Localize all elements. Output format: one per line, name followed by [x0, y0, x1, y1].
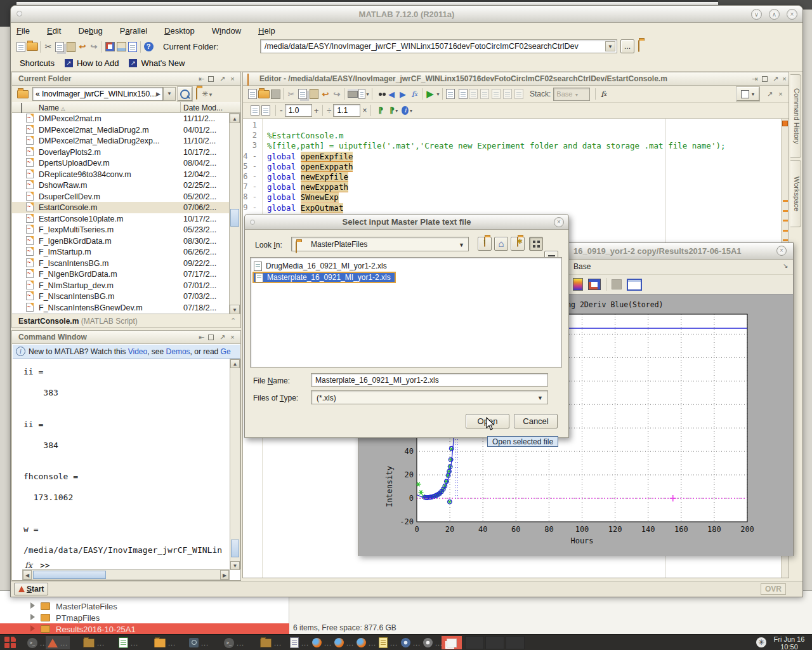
name-column-header[interactable]: Name △ [39, 103, 65, 112]
combo-arrow-icon[interactable]: ▼ [605, 41, 615, 51]
path-dropdown-icon[interactable]: ▼ [163, 87, 176, 101]
console-text[interactable]: ii = 383 ii = 384 fhconsole = 173.1062 w… [23, 367, 226, 555]
code-line[interactable]: global newExpfile [267, 172, 768, 182]
collapse-details-icon[interactable]: ⌃ [230, 317, 236, 325]
home-icon[interactable]: ⌂ [494, 237, 508, 251]
command-window-header[interactable]: Command Window ⇤ ↗ × [12, 331, 240, 344]
profiler-icon[interactable] [127, 41, 138, 53]
menu-item-window[interactable]: Window [212, 26, 241, 36]
print-preview-icon[interactable]: ▼ [358, 88, 370, 100]
code-line[interactable]: global openExppath [267, 162, 768, 172]
increase-font-icon[interactable]: + [314, 106, 319, 116]
tree-item[interactable]: PTmapFiles [0, 612, 289, 623]
file-details-footer[interactable]: EstartConsole.m (MATLAB Script) ⌃ [12, 314, 240, 328]
window-layout-icon[interactable] [627, 279, 642, 291]
figure-close-icon[interactable]: × [776, 246, 787, 256]
launcher-icon[interactable] [4, 637, 22, 649]
undock-editor-icon[interactable]: ↗ [766, 90, 774, 98]
table-row[interactable]: F_IexpMultiTseries.m05/23/2... [12, 224, 229, 235]
taskbar-item-text-document[interactable]: ... [288, 636, 311, 649]
table-row[interactable]: DoverlayPlots2.m10/17/2... [12, 147, 229, 158]
combo-arrow-icon[interactable]: ▼ [459, 242, 464, 248]
file-list-scrollbar[interactable]: ▲ ▼ [229, 113, 240, 314]
table-row[interactable]: F_NImStartup_dev.m07/01/2... [12, 280, 229, 291]
scroll-right-icon[interactable]: ▶ [220, 570, 229, 580]
layout-button[interactable]: ▼ [737, 87, 759, 101]
table-row[interactable]: EstartConsole10plate.m10/17/2... [12, 213, 229, 225]
analyzer-mark[interactable] [783, 220, 788, 222]
figure-menubar-overflow-icon[interactable]: ↘ [783, 262, 788, 269]
code-line[interactable]: global newExppath [267, 182, 768, 192]
undock-icon[interactable]: ↗ [218, 333, 226, 342]
exit-debug-icon[interactable] [513, 88, 525, 100]
table-row[interactable]: DpertsUploadDev.m08/04/2... [12, 157, 229, 169]
analyzer-mark[interactable] [783, 210, 788, 212]
zoom-field[interactable]: 1.1 [333, 104, 360, 117]
dialog-close-icon[interactable]: × [554, 217, 564, 227]
breadcrumb-next-icon[interactable]: ▶ [156, 88, 160, 100]
taskbar-item-media-player[interactable]: ... [399, 636, 422, 649]
paste-icon[interactable] [65, 41, 77, 53]
scroll-up-icon[interactable]: ▲ [230, 114, 240, 123]
print-icon[interactable] [347, 88, 358, 100]
grid-view-icon[interactable] [529, 237, 543, 251]
taskbar-item-image-viewer[interactable]: ... [187, 636, 211, 649]
colormap-icon[interactable] [573, 278, 583, 291]
maximize-button[interactable]: ∧ [769, 9, 780, 20]
analyzer-status-icon[interactable] [782, 121, 788, 126]
continue-icon[interactable] [502, 88, 513, 100]
tab-workspace[interactable]: Workspace [790, 160, 801, 227]
new-file-icon[interactable] [15, 41, 27, 53]
console-vscrollbar[interactable]: ▲ ▼ [230, 359, 240, 569]
open-file-icon[interactable] [27, 41, 38, 53]
code-line[interactable]: global openExpfile [267, 152, 768, 162]
analyzer-mark[interactable] [783, 239, 788, 241]
cancel-button[interactable]: Cancel [514, 414, 558, 428]
copy-icon[interactable] [297, 88, 308, 100]
go-back-icon[interactable]: ◀ [386, 88, 397, 100]
divide-icon[interactable]: ÷ [327, 106, 331, 116]
analyzer-mark[interactable] [783, 200, 788, 202]
minimize-button[interactable]: ∨ [751, 9, 762, 20]
cut-icon[interactable]: ✂ [43, 41, 54, 53]
open-file-icon[interactable] [258, 88, 270, 100]
taskbar-item-document[interactable]: ... [377, 636, 400, 649]
file-name-input[interactable]: Masterplate_16_0921_MI_yor1-2.xls [311, 373, 548, 387]
analyzer-mark[interactable] [783, 230, 788, 232]
maximize-panel-icon[interactable] [208, 335, 214, 340]
code-line[interactable]: global ExpOutmat [267, 203, 768, 213]
expander-icon[interactable] [30, 625, 35, 632]
current-folder-combo[interactable]: /media/data/EASY/InovImager_jwrCF_WINLin… [260, 39, 617, 53]
stack-combo[interactable]: Base ▼ [553, 88, 590, 101]
plot-options-icon[interactable] [588, 279, 601, 290]
help-icon[interactable]: ? [143, 41, 154, 53]
browse-folder-button[interactable]: ... [620, 39, 634, 53]
expander-icon[interactable] [30, 602, 35, 609]
info-icon[interactable]: i▼ [402, 105, 413, 116]
table-row[interactable]: F_NIgenBkGrdData.m07/17/2... [12, 269, 229, 280]
menu-item-desktop[interactable]: Desktop [164, 26, 195, 36]
demos-link[interactable]: Demos [166, 347, 190, 356]
look-in-combo[interactable]: MasterPlateFiles ▼ [291, 237, 469, 251]
console-prompt[interactable]: fx >> [25, 560, 50, 570]
insert-cell-divider-icon[interactable] [260, 105, 272, 116]
current-folder-header[interactable]: Current Folder ⇤ ↗ × [12, 72, 240, 86]
code-line[interactable]: %EstartConsole.m [267, 131, 768, 141]
table-row[interactable]: DReplicate96to384conv.m12/04/2... [12, 169, 229, 180]
taskbar-item-screenshot-tool[interactable] [442, 636, 462, 649]
menu-item-help[interactable]: Help [258, 26, 275, 36]
multiply-icon[interactable]: × [362, 106, 367, 115]
dialog-titlebar[interactable]: Select input Master Plate text file × [245, 215, 568, 230]
console-hscrollbar[interactable]: ◀ ▶ [22, 569, 230, 580]
function-hint-icon[interactable]: fx [409, 88, 420, 100]
scroll-up-icon[interactable]: ▲ [230, 359, 240, 368]
set-breakpoint-icon[interactable] [445, 88, 456, 100]
guide-icon[interactable] [115, 41, 127, 53]
close-panel-icon[interactable]: × [780, 75, 789, 83]
files-of-type-combo[interactable]: (*.xls) ▼ [311, 390, 548, 404]
table-row[interactable]: DMPexcel2mat.m11/11/2... [12, 113, 229, 124]
taskbar-item-terminal[interactable]: >_... [222, 636, 246, 649]
taskbar-item-folder-orange[interactable]: ... [152, 636, 178, 649]
up-folder-button[interactable] [638, 41, 639, 52]
save-icon[interactable] [270, 88, 281, 100]
